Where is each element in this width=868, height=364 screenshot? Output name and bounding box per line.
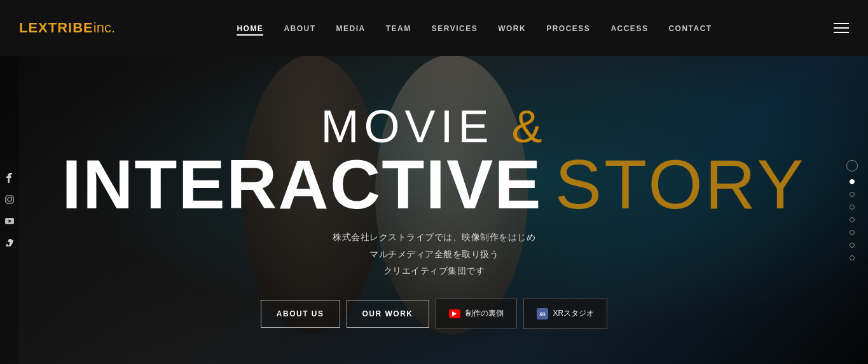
nav-item-work[interactable]: WORK <box>498 22 526 34</box>
svg-point-4 <box>11 196 13 198</box>
youtube-icon <box>449 309 460 318</box>
about-us-button[interactable]: ABOUT US <box>261 300 340 328</box>
hero-story-text: STORY <box>555 149 806 219</box>
dot-3[interactable] <box>850 205 855 210</box>
hero-subtitle: 株式会社レクストライブでは、映像制作をはじめ マルチメディア全般を取り扱う クリ… <box>333 229 535 280</box>
nav-link-about[interactable]: ABOUT <box>284 24 315 33</box>
dot-2[interactable] <box>850 192 855 197</box>
nav-link-access[interactable]: ACCESS <box>610 24 648 33</box>
dot-1-active[interactable] <box>850 179 855 184</box>
logo-text-inc: inc. <box>93 20 115 36</box>
dot-navigation <box>846 56 858 364</box>
hero-subtitle-line3: クリエイティブ集団です <box>333 262 535 280</box>
hero-interactive-text: INTERACTIVE <box>62 149 542 219</box>
nav-link-media[interactable]: MEDIA <box>336 24 366 33</box>
hero-ampersand: & <box>512 101 548 152</box>
dot-6[interactable] <box>850 243 855 248</box>
youtube-button-label: 制作の裏側 <box>465 308 504 319</box>
instagram-icon[interactable] <box>4 194 15 205</box>
logo-text-main: LEXTRIBE <box>19 20 93 36</box>
dot-circle-inner <box>850 164 854 168</box>
hero-buttons: ABOUT US OUR WORK 制作の裏側 XR XRスタジオ <box>261 299 607 329</box>
vimeo-icon[interactable] <box>4 238 15 248</box>
hamburger-line-3 <box>834 32 849 33</box>
logo[interactable]: LEXTRIBE inc. <box>19 20 115 36</box>
nav-item-contact[interactable]: CONTACT <box>668 22 712 34</box>
nav-link-services[interactable]: SERVICES <box>432 24 478 33</box>
nav-link-contact[interactable]: CONTACT <box>668 24 712 33</box>
hamburger-menu[interactable] <box>834 23 849 33</box>
nav-item-about[interactable]: ABOUT <box>284 22 315 34</box>
dot-7[interactable] <box>850 255 855 260</box>
xr-button[interactable]: XR XRスタジオ <box>523 299 608 329</box>
nav-item-services[interactable]: SERVICES <box>432 22 478 34</box>
svg-rect-2 <box>6 196 13 203</box>
nav-item-access[interactable]: ACCESS <box>610 22 648 34</box>
hero-movie-text: MOVIE <box>320 101 511 152</box>
nav-item-home[interactable]: HOME <box>237 22 263 34</box>
svg-text:XR: XR <box>539 312 546 316</box>
hero-section: MOVIE & INTERACTIVE STORY 株式会社レクストライブでは、… <box>0 56 868 364</box>
hamburger-line-1 <box>834 23 849 24</box>
nav-link-work[interactable]: WORK <box>498 24 526 33</box>
hero-content: MOVIE & INTERACTIVE STORY 株式会社レクストライブでは、… <box>0 56 868 364</box>
nav-link-team[interactable]: TEAM <box>386 24 411 33</box>
dot-circle-top[interactable] <box>846 160 858 172</box>
hero-title-row2: INTERACTIVE STORY <box>62 149 806 219</box>
svg-point-3 <box>8 198 11 201</box>
navbar: LEXTRIBE inc. HOME ABOUT MEDIA TEAM SERV… <box>0 0 868 56</box>
youtube-social-icon[interactable] <box>4 216 15 226</box>
dot-5[interactable] <box>850 230 855 235</box>
nav-link-process[interactable]: PROCESS <box>546 24 590 33</box>
hero-title-row1: MOVIE & <box>320 104 547 149</box>
xr-button-label: XRスタジオ <box>553 308 595 319</box>
dot-4[interactable] <box>850 217 855 222</box>
hamburger-line-2 <box>834 27 849 29</box>
social-bar <box>0 56 19 364</box>
youtube-button[interactable]: 制作の裏側 <box>436 299 517 328</box>
nav-links: HOME ABOUT MEDIA TEAM SERVICES WORK PROC… <box>237 22 712 34</box>
nav-link-home[interactable]: HOME <box>237 24 263 36</box>
hero-subtitle-line2: マルチメディア全般を取り扱う <box>333 246 535 263</box>
hero-subtitle-line1: 株式会社レクストライブでは、映像制作をはじめ <box>333 229 535 246</box>
our-work-button[interactable]: OUR WORK <box>347 300 429 328</box>
nav-item-team[interactable]: TEAM <box>386 22 411 34</box>
facebook-icon[interactable] <box>4 173 15 183</box>
nav-item-process[interactable]: PROCESS <box>546 22 590 34</box>
xr-icon: XR <box>537 308 548 320</box>
nav-item-media[interactable]: MEDIA <box>336 22 366 34</box>
